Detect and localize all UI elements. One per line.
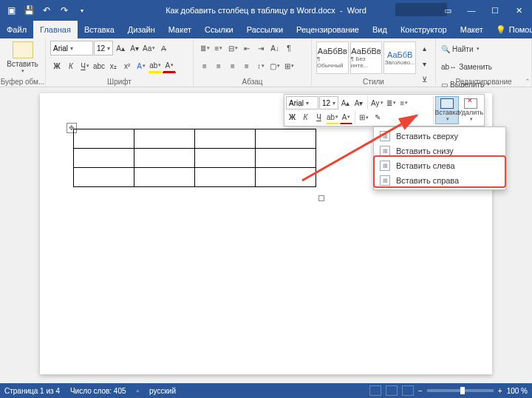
qa-more-icon[interactable]: ▾ — [74, 2, 90, 18]
shrink-font-icon[interactable]: A▾ — [128, 41, 141, 55]
strike-button[interactable]: abc — [92, 58, 106, 73]
style-heading[interactable]: АаБбВЗаголово... — [383, 41, 416, 74]
justify-icon[interactable]: ≡ — [240, 58, 253, 73]
menu-insert-below[interactable]: ⊞Вставить снизу — [375, 144, 504, 158]
zoom-value[interactable]: 100 % — [507, 387, 528, 395]
shading-icon[interactable]: ▢▾ — [268, 58, 282, 73]
tab-mailings[interactable]: Рассылки — [240, 21, 290, 38]
highlight-icon[interactable]: ab▾ — [149, 58, 162, 73]
group-label-paragraph: Абзац — [194, 78, 311, 86]
subscript-button[interactable]: x₂ — [106, 58, 120, 73]
save-icon[interactable]: 💾 — [21, 2, 37, 18]
insert-dropdown: ⊞Вставить сверху ⊞Вставить снизу ⊞Встави… — [373, 127, 506, 190]
font-color-icon[interactable]: A▾ — [163, 58, 176, 73]
line-spacing-icon[interactable]: ↕▾ — [254, 58, 267, 73]
mini-delete-button[interactable]: ✕ Удалить▾ — [459, 96, 482, 124]
tab-file[interactable]: Файл — [0, 21, 33, 38]
mini-fontcolor-icon[interactable]: A▾ — [340, 111, 352, 124]
status-proofing-icon[interactable]: ▫ — [137, 387, 140, 395]
show-marks-icon[interactable]: ¶ — [282, 41, 296, 55]
redo-icon[interactable]: ↷ — [56, 2, 72, 18]
zoom-in-icon[interactable]: + — [498, 387, 502, 395]
align-left-icon[interactable]: ≡ — [198, 58, 211, 73]
align-center-icon[interactable]: ≡ — [212, 58, 225, 73]
status-words[interactable]: Число слов: 405 — [70, 387, 126, 395]
align-right-icon[interactable]: ≡ — [226, 58, 239, 73]
menu-insert-above[interactable]: ⊞Вставить сверху — [375, 129, 504, 144]
mini-shrink-icon[interactable]: A▾ — [352, 96, 365, 109]
styles-up-icon[interactable]: ▴ — [417, 41, 431, 55]
paste-button[interactable]: Вставить▾ — [4, 40, 41, 75]
account-area[interactable] — [395, 3, 447, 16]
styles-down-icon[interactable]: ▾ — [417, 57, 431, 71]
tab-layout[interactable]: Макет — [162, 21, 198, 38]
tab-references[interactable]: Ссылки — [198, 21, 240, 38]
mini-format-painter-icon[interactable]: ✎ — [371, 111, 383, 124]
style-no-spacing[interactable]: АаБбВв¶ Без инте... — [350, 41, 383, 74]
status-bar: Страница 1 из 4 Число слов: 405 ▫ русски… — [0, 383, 532, 398]
multilevel-icon[interactable]: ⊟▾ — [226, 41, 239, 55]
view-web-icon[interactable] — [402, 385, 414, 396]
minimize-icon[interactable]: — — [461, 2, 482, 18]
font-size-combo[interactable]: 12▾ — [94, 41, 113, 55]
style-normal[interactable]: АаБбВв¶ Обычный — [316, 41, 349, 74]
table-resize-handle[interactable] — [318, 195, 324, 201]
clear-format-icon[interactable]: A̶ — [157, 41, 170, 55]
borders-icon[interactable]: ⊞▾ — [282, 58, 296, 73]
collapse-ribbon-icon[interactable]: ⌃ — [525, 78, 531, 85]
change-case-icon[interactable]: Aa▾ — [142, 41, 156, 55]
numbering-icon[interactable]: ≡▾ — [212, 41, 225, 55]
tab-insert[interactable]: Вставка — [78, 21, 121, 38]
group-label-editing: Редактирование — [436, 78, 531, 86]
mini-underline-button[interactable]: Ч — [313, 111, 325, 124]
mini-grow-icon[interactable]: A▴ — [339, 96, 352, 109]
tab-design[interactable]: Дизайн — [121, 21, 162, 38]
mini-numbering-icon[interactable]: ≡▾ — [398, 96, 411, 109]
insert-right-icon: ⊞ — [380, 175, 390, 186]
mini-size-combo[interactable]: 12▾ — [319, 96, 338, 109]
tab-designer[interactable]: Конструктор — [394, 21, 454, 38]
find-button[interactable]: 🔍 Найти▾ — [440, 41, 480, 56]
mini-italic-button[interactable]: К — [299, 111, 312, 124]
status-language[interactable]: русский — [149, 387, 176, 395]
mini-highlight-icon[interactable]: ab▾ — [326, 111, 339, 124]
tab-view[interactable]: Вид — [366, 21, 394, 38]
view-print-icon[interactable] — [386, 385, 398, 396]
tab-layout2[interactable]: Макет — [454, 21, 490, 38]
tell-me[interactable]: 💡 Помощ — [490, 21, 532, 38]
mini-font-combo[interactable]: Arial▾ — [286, 96, 318, 109]
inc-indent-icon[interactable]: ⇥ — [254, 41, 267, 55]
mini-toolbar: Arial▾ 12▾ A▴ A▾ Ay▾ ≣▾ ≡▾ Ж К Ч ab▾ — [284, 94, 485, 127]
view-read-icon[interactable] — [369, 385, 381, 396]
document-table[interactable] — [73, 129, 316, 187]
status-page[interactable]: Страница 1 из 4 — [4, 387, 60, 395]
mini-borders-icon[interactable]: ⊞▾ — [358, 111, 370, 124]
superscript-button[interactable]: x² — [120, 58, 134, 73]
menu-insert-left[interactable]: ⊞Вставить слева — [375, 158, 504, 173]
mini-bold-button[interactable]: Ж — [286, 111, 299, 124]
menu-insert-right[interactable]: ⊞Вставить справа — [375, 173, 504, 188]
tab-review[interactable]: Рецензирование — [290, 21, 366, 38]
mini-bullets-icon[interactable]: ≣▾ — [385, 96, 398, 109]
maximize-icon[interactable]: ☐ — [485, 2, 505, 18]
bullets-icon[interactable]: ≣▾ — [198, 41, 211, 55]
grow-font-icon[interactable]: A▴ — [114, 41, 127, 55]
close-icon[interactable]: ✕ — [508, 2, 529, 18]
delete-icon: ✕ — [464, 98, 477, 109]
page[interactable]: ✥ Arial▾ 12▾ A▴ A▾ Ay▾ ≣▾ ≡▾ — [40, 93, 492, 374]
sort-icon[interactable]: A↓ — [268, 41, 282, 55]
bold-button[interactable]: Ж — [50, 58, 64, 73]
mini-insert-button[interactable]: Вставка▾ — [435, 96, 459, 124]
mini-styles-icon[interactable]: Ay▾ — [370, 96, 384, 109]
undo-icon[interactable]: ↶ — [38, 2, 55, 18]
underline-button[interactable]: Ч▾ — [78, 58, 92, 73]
zoom-out-icon[interactable]: − — [418, 387, 423, 395]
dec-indent-icon[interactable]: ⇤ — [240, 41, 253, 55]
replace-button[interactable]: ab↔ Заменить — [440, 59, 493, 74]
text-effects-icon[interactable]: A▾ — [134, 58, 148, 73]
tab-home[interactable]: Главная — [33, 21, 78, 38]
italic-button[interactable]: К — [64, 58, 78, 73]
group-clipboard: Вставить▾ Буфер обм... — [0, 38, 46, 87]
font-family-combo[interactable]: Arial▾ — [50, 41, 93, 55]
zoom-slider[interactable] — [427, 389, 494, 392]
